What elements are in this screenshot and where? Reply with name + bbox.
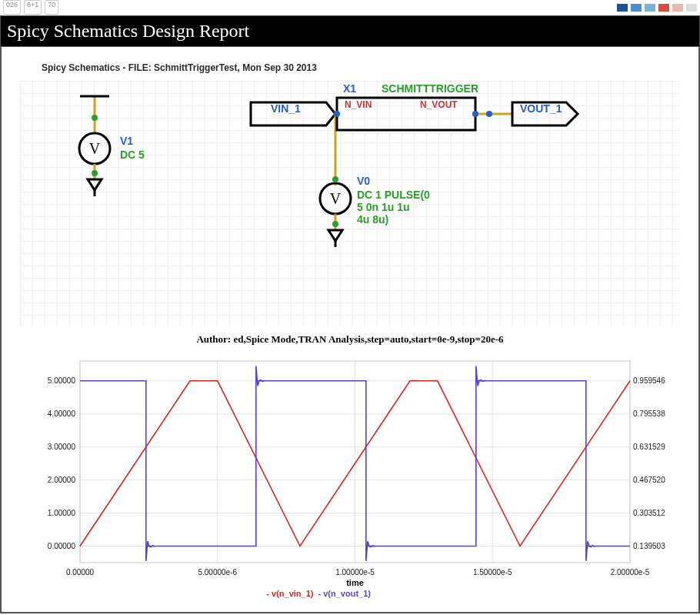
label-pulse1: DC 1 PULSE(0 [357, 189, 430, 201]
svg-marker-5 [88, 179, 102, 190]
swatch-icon [617, 4, 628, 12]
swatch-icon [645, 4, 655, 12]
svg-text:3.00000: 3.00000 [48, 443, 76, 451]
label-schmitt: SCHMITTTRIGGER [382, 82, 478, 95]
svg-text:0.00000: 0.00000 [48, 542, 76, 550]
svg-point-13 [334, 111, 340, 117]
report-title: Spicy Schematics Design Report [0, 15, 700, 47]
swatch-icon [658, 4, 669, 12]
label-v0: V0 [357, 175, 370, 187]
svg-marker-20 [328, 230, 342, 241]
label-v1: V1 [120, 135, 133, 147]
svg-point-15 [486, 111, 492, 117]
svg-text:1.00000: 1.00000 [48, 509, 76, 517]
svg-text:0.139503: 0.139503 [633, 542, 665, 550]
label-vout1: VOUT_1 [520, 102, 562, 115]
chart-svg: 0.000000.1395031.000000.3035122.000000.4… [22, 347, 678, 609]
swatch-icon [631, 4, 642, 12]
label-vin1: VIN_1 [271, 102, 301, 115]
label-pulse2: 5 0n 1u 1u [357, 201, 409, 213]
chart-title: Author: ed,Spice Mode,TRAN Analysis,step… [17, 333, 683, 346]
svg-text:time: time [346, 578, 364, 587]
report-content: Spicy Schematics - FILE: SchmittTriggerT… [0, 47, 700, 613]
swatch-icon [672, 4, 683, 12]
svg-text:5.00000e-6: 5.00000e-6 [198, 568, 237, 577]
label-x1: X1 [343, 82, 356, 95]
svg-text:- v(n_vin_1): - v(n_vin_1) [266, 589, 313, 598]
svg-point-22 [332, 176, 338, 182]
label-nvout: N_VOUT [420, 99, 458, 110]
simulation-chart: Author: ed,Spice Mode,TRAN Analysis,step… [17, 333, 683, 609]
svg-text:1.50000e-5: 1.50000e-5 [473, 568, 512, 577]
top-bar: 026 8+1 70 [0, 0, 700, 15]
schematic-canvas: V V [20, 81, 680, 327]
swatch-icon [686, 4, 697, 12]
svg-text:5.00000: 5.00000 [48, 376, 76, 385]
svg-text:0.00000: 0.00000 [66, 568, 95, 577]
svg-text:0.795538: 0.795538 [633, 409, 665, 418]
svg-text:2.00000: 2.00000 [48, 476, 76, 484]
svg-text:0.631529: 0.631529 [633, 443, 665, 451]
topbtn-1[interactable]: 026 [3, 0, 21, 15]
svg-point-14 [472, 111, 478, 117]
svg-text:1.00000e-5: 1.00000e-5 [335, 568, 375, 577]
label-pulse3: 4u 8u) [357, 213, 388, 226]
svg-text:0.467520: 0.467520 [633, 476, 665, 484]
svg-point-7 [92, 115, 98, 121]
svg-text:V: V [330, 190, 342, 207]
svg-text:- v(n_vout_1): - v(n_vout_1) [318, 589, 372, 598]
svg-text:V: V [89, 140, 101, 157]
svg-text:0.303512: 0.303512 [633, 509, 665, 517]
label-nvin: N_VIN [345, 99, 372, 110]
svg-text:4.00000: 4.00000 [48, 409, 76, 418]
file-line: Spicy Schematics - FILE: SchmittTriggerT… [42, 62, 683, 73]
svg-text:0.959546: 0.959546 [633, 376, 665, 385]
svg-point-23 [332, 221, 338, 227]
topbtn-3[interactable]: 70 [45, 0, 58, 15]
topbtn-2[interactable]: 8+1 [24, 0, 42, 15]
svg-text:2.00000e-5: 2.00000e-5 [611, 568, 650, 577]
svg-point-8 [92, 170, 98, 176]
label-dc5: DC 5 [120, 149, 145, 161]
